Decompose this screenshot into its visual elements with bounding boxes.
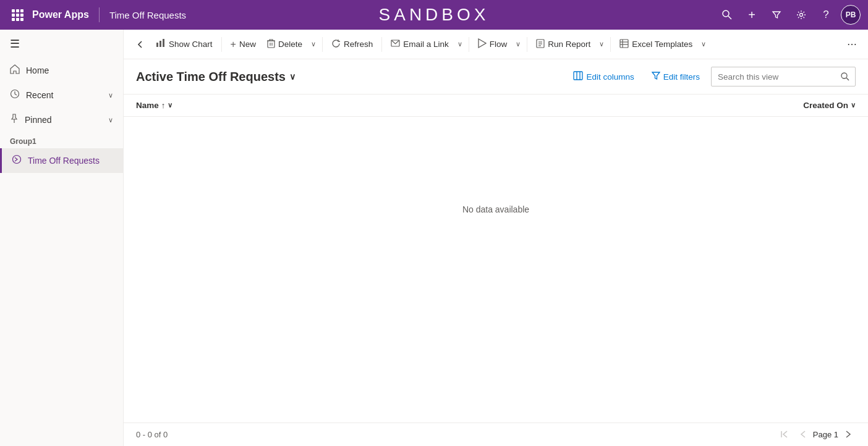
pinned-icon <box>10 114 19 126</box>
svg-rect-6 <box>156 43 158 47</box>
refresh-icon <box>331 39 341 50</box>
col-name-header[interactable]: Name ↑ ∨ <box>136 95 732 116</box>
edit-filters-label: Edit filters <box>663 72 700 82</box>
home-label: Home <box>26 65 49 75</box>
no-data-message: No data available <box>124 117 868 302</box>
new-button[interactable]: + New <box>226 36 261 53</box>
edit-columns-icon <box>573 71 583 82</box>
email-link-button[interactable]: Email a Link <box>386 36 454 52</box>
flow-button[interactable]: Flow <box>473 35 513 53</box>
nav-separator <box>99 7 100 22</box>
settings-icon-btn[interactable] <box>791 5 811 25</box>
app-layout: ☰ Home Recent ∨ Pinned ∨ <box>0 30 868 446</box>
divider-5 <box>527 37 527 52</box>
divider-4 <box>469 37 469 52</box>
refresh-button[interactable]: Refresh <box>326 36 378 53</box>
run-report-label: Run Report <box>548 40 590 49</box>
footer: 0 - 0 of 0 Page 1 <box>124 423 868 446</box>
view-header: Active Time Off Requests ∨ Edit columns … <box>124 59 868 95</box>
recent-label: Recent <box>26 90 53 100</box>
sidebar-item-recent[interactable]: Recent ∨ <box>0 83 123 107</box>
sidebar-toggle[interactable]: ☰ <box>0 30 123 58</box>
app-title: Time Off Requests <box>109 10 186 20</box>
view-title[interactable]: Active Time Off Requests ∨ <box>136 70 296 84</box>
sidebar-item-home[interactable]: Home <box>0 58 123 83</box>
pagination: Page 1 <box>777 428 856 441</box>
col-name-sort-icon: ↑ <box>161 101 166 110</box>
flow-label: Flow <box>490 40 508 49</box>
table-area: Name ↑ ∨ Created On ∨ No data available <box>124 95 868 423</box>
email-link-chevron[interactable]: ∨ <box>455 37 465 51</box>
recent-chevron: ∨ <box>108 91 113 99</box>
divider-2 <box>322 37 323 52</box>
svg-rect-9 <box>268 41 274 48</box>
run-report-button[interactable]: Run Report <box>531 36 595 53</box>
show-chart-icon <box>156 39 166 49</box>
svg-point-5 <box>13 156 21 164</box>
col-created-label: Created On <box>803 101 848 110</box>
filter-icon-btn[interactable] <box>767 5 786 25</box>
col-name-chevron: ∨ <box>168 101 172 109</box>
divider-1 <box>221 37 222 52</box>
svg-rect-7 <box>160 41 161 47</box>
help-icon-btn[interactable]: ? <box>816 5 836 25</box>
excel-templates-chevron[interactable]: ∨ <box>699 37 708 51</box>
recent-icon <box>10 89 20 101</box>
edit-filters-icon <box>652 71 660 82</box>
back-button[interactable] <box>131 37 150 52</box>
excel-templates-button[interactable]: Excel Templates <box>615 36 697 53</box>
search-input[interactable] <box>712 72 835 82</box>
view-title-text: Active Time Off Requests <box>136 70 286 84</box>
prev-page-button[interactable] <box>796 428 809 441</box>
sandbox-label: SANDBOX <box>379 5 490 25</box>
flow-icon <box>478 38 487 50</box>
svg-point-2 <box>800 14 803 17</box>
delete-chevron[interactable]: ∨ <box>308 37 318 51</box>
svg-marker-14 <box>479 39 486 48</box>
edit-columns-button[interactable]: Edit columns <box>567 68 640 85</box>
col-name-label: Name <box>136 101 159 110</box>
group-label: Group1 <box>0 132 123 148</box>
record-count: 0 - 0 of 0 <box>136 430 168 439</box>
hamburger-icon: ☰ <box>10 37 20 51</box>
svg-point-26 <box>841 73 847 78</box>
search-icon-btn[interactable] <box>717 5 737 25</box>
time-off-label: Time Off Requests <box>28 156 100 166</box>
run-report-chevron[interactable]: ∨ <box>597 37 606 51</box>
view-header-actions: Edit columns Edit filters <box>567 67 856 86</box>
view-title-chevron: ∨ <box>289 72 296 82</box>
email-link-label: Email a Link <box>403 40 449 49</box>
time-off-icon <box>12 154 22 167</box>
main-content: Show Chart + New Delete ∨ Refresh <box>124 30 868 446</box>
search-button[interactable] <box>835 67 855 86</box>
col-created-header[interactable]: Created On ∨ <box>732 95 856 116</box>
sidebar: ☰ Home Recent ∨ Pinned ∨ <box>0 30 124 446</box>
more-button[interactable]: ⋯ <box>843 35 861 53</box>
svg-line-27 <box>846 78 849 80</box>
app-brand: Power Apps <box>32 9 89 20</box>
top-nav: Power Apps Time Off Requests SANDBOX + ?… <box>0 0 868 30</box>
edit-filters-button[interactable]: Edit filters <box>645 68 706 85</box>
top-nav-actions: + ? PB <box>717 5 861 25</box>
col-created-chevron: ∨ <box>851 101 856 109</box>
svg-line-1 <box>728 16 731 19</box>
delete-icon <box>267 39 275 50</box>
show-chart-button[interactable]: Show Chart <box>151 36 218 53</box>
delete-button[interactable]: Delete <box>262 36 307 53</box>
add-icon-btn[interactable]: + <box>742 5 762 25</box>
new-icon: + <box>231 39 236 50</box>
divider-3 <box>381 37 382 52</box>
sidebar-nav: Home Recent ∨ Pinned ∨ Group1 <box>0 58 123 446</box>
next-page-button[interactable] <box>842 428 856 441</box>
flow-chevron[interactable]: ∨ <box>513 37 523 51</box>
waffle-menu[interactable] <box>7 5 27 25</box>
avatar[interactable]: PB <box>841 5 861 25</box>
sidebar-item-time-off-requests[interactable]: Time Off Requests <box>0 148 123 173</box>
no-data-text: No data available <box>462 204 529 214</box>
sidebar-item-pinned[interactable]: Pinned ∨ <box>0 107 123 132</box>
table-header: Name ↑ ∨ Created On ∨ <box>124 95 868 117</box>
excel-templates-icon <box>619 39 629 50</box>
toolbar: Show Chart + New Delete ∨ Refresh <box>124 30 868 59</box>
first-page-button[interactable] <box>777 428 792 441</box>
new-label: New <box>239 40 256 49</box>
